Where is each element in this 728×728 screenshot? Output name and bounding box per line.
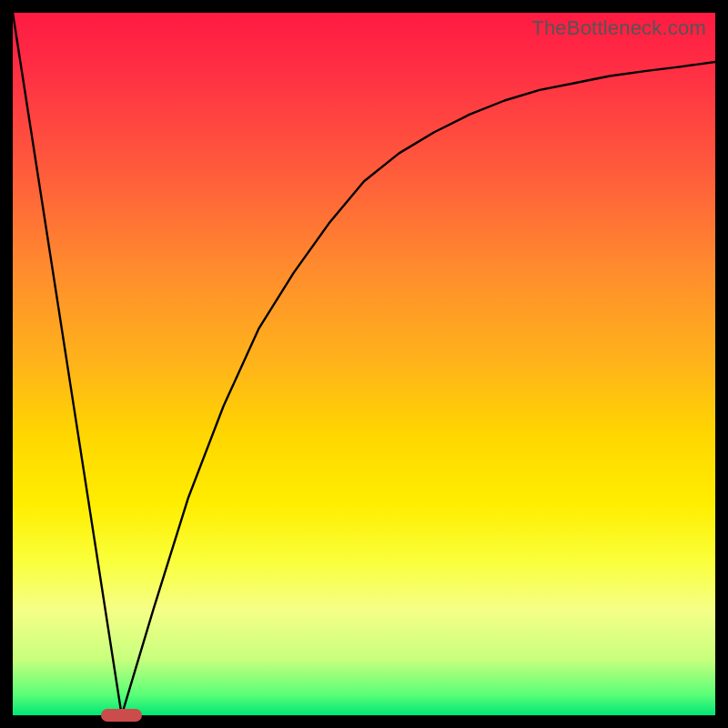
- chart-frame: TheBottleneck.com: [0, 0, 728, 728]
- bottleneck-curve: [13, 13, 715, 715]
- optimal-marker: [101, 709, 143, 722]
- plot-area: TheBottleneck.com: [13, 13, 715, 715]
